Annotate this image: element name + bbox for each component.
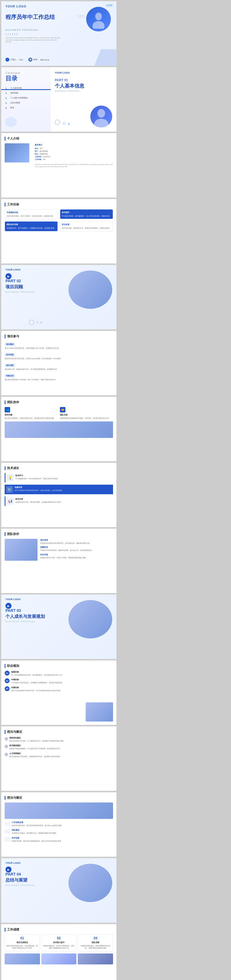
team-text-2: 积极帮助团队成员解决技术难题，分享经验，共同提升团队技术水平 <box>60 417 113 419</box>
section-title-4: 工作目标 <box>5 202 113 207</box>
team-right-items: 项目管理 协助项目经理进行项目进度管理，合理分配任务，确保项目按时完成 质量把控… <box>40 539 113 561</box>
slide1-main-title: 程序员年中工作总结 <box>5 14 55 20</box>
title-accent <box>5 137 5 141</box>
part04-num: PART 04 <box>5 872 21 877</box>
goal-3-title: 团队协作目标 <box>6 223 56 226</box>
part04-side-img <box>69 864 112 902</box>
right-sub: BUSINESS PROPOSAL <box>55 90 112 92</box>
tsi-title-2: 质量把控 <box>40 546 113 549</box>
personal-desc: 姓名：张三 部门：技术研发部 职位：高级程序员 入职时间：2020年3月 工作年… <box>35 148 113 161</box>
goal-4: 职业发展 提升专业技能，考取相关证书，拓展职业发展路径，实现职业规划 <box>60 221 113 231</box>
work-items: 01 项目完成情况 按时完成年度项目目标，代码质量达标，获得客户和团队的认可与好… <box>5 934 113 951</box>
work-text-3: 积极参与团队建设，帮助同事解决技术问题，为团队整体发展做出贡献 <box>80 945 111 949</box>
slide-7-team-left: 团队协作 👥 协作沟通 建立良好沟通机制，定期召开团队会议，及时解决项目中遇到的… <box>1 396 116 461</box>
tech-text-1: 学习微服务架构，Docker容器化技术，掌握云原生开发技能 <box>15 477 58 480</box>
person-icon: 👤 <box>5 58 9 62</box>
blue-accent-line <box>2 89 51 90</box>
part04-logo: YOUR LOGO <box>5 862 21 864</box>
idea-title-1: 流程优化建议 <box>9 737 64 739</box>
part-item-3-text: 项目按时上线，性能优化提升30%，用户满意度显著提高，获得团队好评 <box>5 368 113 370</box>
career-img <box>86 702 113 722</box>
slide-5-part02: YOUR LOGO ▶ PART 02 项目回顾 BUSINESS PROPOS… <box>1 265 116 329</box>
team-right-content: 项目管理 协助项目经理进行项目进度管理，合理分配任务，确保项目按时完成 质量把控… <box>5 539 113 561</box>
tsi-text-2: 严格执行代码审查流程，确保代码质量，减少bug产生，提高系统稳定性 <box>40 549 113 551</box>
catalogue-left: Catalogue 目录 1. 个人基本信息 2. 项目回顾 3. 个人成长与发… <box>2 67 51 132</box>
svg-point-3 <box>94 119 108 127</box>
idea-title-2: 技术建设建议 <box>9 744 60 747</box>
idea-text-3: 建立完善的技术培训体系，定期组织技术培训，促进团队成员共同成长 <box>9 756 60 757</box>
tech-item-3: 📢 技术分享 定期进行技术分享，撰写技术博客，促进团队整体技术水平提升 <box>5 496 113 506</box>
slide-9-team-right: 团队协作 项目管理 协助项目经理进行项目进度管理，合理分配任务，确保项目按时完成… <box>1 528 116 593</box>
career-content-2: 中期目标 三年内晋升为技术负责人，带领团队完成重要项目，推动技术创新发展 <box>11 678 62 684</box>
team-title-1: 协作沟通 <box>5 414 58 416</box>
work-photo-2 <box>41 953 76 964</box>
cat-item-5: 5. 附录 <box>5 107 46 109</box>
idea-icon-1: ◎ <box>5 737 8 740</box>
part-item-3-title: 项目成果 <box>5 363 15 368</box>
part02-title: 项目回顾 <box>5 284 23 290</box>
tech-content-1: 技术学习 学习微服务架构，Docker容器化技术，掌握云原生开发技能 <box>15 474 58 480</box>
career-2: 02 中期目标 三年内晋升为技术负责人，带领团队完成重要项目，推动技术创新发展 <box>5 678 113 684</box>
svg-point-0 <box>95 13 102 20</box>
title-accent-11 <box>5 664 5 668</box>
title-text-8: 技术成长 <box>7 466 19 470</box>
part03-logo: YOUR LOGO <box>5 598 21 601</box>
title-text-6: 项目参与 <box>7 334 19 338</box>
work-item-3: 03 团队贡献 积极参与团队建设，帮助同事解决技术问题，为团队整体发展做出贡献 <box>78 934 113 951</box>
title-accent-15 <box>5 928 5 932</box>
sug-text-1: 优化代码审查流程，建立更完善的测试体系，减少线上bug的发生频率 <box>12 824 62 827</box>
slide-14-part04: YOUR LOGO ▶ PART 04 总结与展望 BUSINESS PROPO… <box>1 858 116 923</box>
goal-3-text: 加强团队协作，提升沟通能力，完成团队项目目标，促进团队发展 <box>6 227 56 229</box>
part03-side-img <box>69 600 112 638</box>
title-text-4: 工作目标 <box>7 202 19 207</box>
tech-content-3: 技术分享 定期进行技术分享，撰写技术博客，促进团队整体技术水平提升 <box>15 498 61 503</box>
tsi-title-3: 知识传递 <box>40 553 113 556</box>
play-btn-03: ▶ <box>5 603 11 609</box>
slide-4-work-goals: 工作目标 年度绩效目标 完成年度KPI指标，提升工作效率，优化代码质量，达成团队… <box>1 199 116 264</box>
section-title-6: 项目参与 <box>5 334 113 338</box>
title-text-13: 想法与建议 <box>7 795 22 800</box>
personal-info-text: 基本简介 姓名：张三 部门：技术研发部 职位：高级程序员 入职时间：2020年3… <box>35 143 113 168</box>
right-person-img <box>90 106 112 127</box>
idea-content-2: 技术建设建议 加强技术基础设施建设，引入新的开发工具和框架，提升整体技术水平 <box>9 744 60 750</box>
title-text-11: 职业规划 <box>7 664 19 668</box>
goal-2-title: 技术提升 <box>62 211 111 214</box>
section-title-11: 职业规划 <box>5 664 113 668</box>
suggestion-img <box>5 802 113 819</box>
part-item-4-text: 通过项目实践积累了丰富经验，提升了技术能力，增强了团队协作意识 <box>5 379 113 381</box>
section-title-15: 工作成绩 <box>5 928 113 932</box>
team-icon-2: 🤝 <box>60 407 65 412</box>
part-item-4: 经验总结 通过项目实践积累了丰富经验，提升了技术能力，增强了团队协作意识 <box>5 372 113 381</box>
work-num-2: 02 <box>43 936 75 940</box>
part02-side-img <box>69 270 112 309</box>
work-title-3: 团队贡献 <box>80 941 111 944</box>
career-title-3: 长期目标 <box>11 686 61 689</box>
slide-1-cover: YOUR LOGO 演示网 程序员年中工作总结 BUSINESS PROPOSA… <box>1 1 116 66</box>
title-text-9: 团队协作 <box>7 532 19 536</box>
sug-content-3: 技术创新 鼓励技术创新，建立技术创新激励机制，推动公司技术持续进步发展 <box>12 837 61 842</box>
tsi-text-1: 协助项目经理进行项目进度管理，合理分配任务，确保项目按时完成 <box>40 542 113 544</box>
part-item-4-title: 经验总结 <box>5 374 15 378</box>
part-item-1: 项目概述 参与公司核心业务系统开发，负责后端接口设计与实现，完成模块开发任务 <box>5 341 113 349</box>
slide-11-career: 职业规划 01 短期目标 在一年内掌握更多前沿技术，提升编程能力，成为团队的技术… <box>1 660 116 725</box>
right-logo: YOUR LOGO <box>55 72 112 74</box>
title-accent-12 <box>5 730 5 734</box>
presenter-info: 👤 汇报人： XXX <box>5 58 23 62</box>
slide1-logo: YOUR LOGO <box>5 5 26 8</box>
part-item-1-text: 参与公司核心业务系统开发，负责后端接口设计与实现，完成模块开发任务 <box>5 347 113 349</box>
team-right-img <box>5 539 38 561</box>
work-num-3: 03 <box>80 936 111 940</box>
slide1-arrows: 》》》》》》 <box>5 33 19 36</box>
team-item-1: 👥 协作沟通 建立良好沟通机制，定期召开团队会议，及时解决项目中遇到的问题 <box>5 407 58 419</box>
career-content-3: 长期目标 成为行业内有影响力的技术专家，为公司和团队创造更大的技术价值 <box>11 686 61 692</box>
catalogue-zh: 目录 <box>5 75 46 83</box>
slide1-info-bar: 👤 汇报人： XXX 🕐 时间： 20xx.xx.xx <box>5 58 49 62</box>
career-items: 01 短期目标 在一年内掌握更多前沿技术，提升编程能力，成为团队的技术骨干人员 … <box>5 671 113 692</box>
team-sub-2: 质量把控 严格执行代码审查流程，确保代码质量，减少bug产生，提高系统稳定性 <box>40 546 113 551</box>
work-title-1: 项目完成情况 <box>6 941 38 944</box>
svg-point-2 <box>97 109 105 118</box>
part03-title: 个人成长与发展规划 <box>5 614 45 619</box>
section-title-9: 团队协作 <box>5 532 113 536</box>
work-num-1: 01 <box>6 936 38 940</box>
goal-1: 年度绩效目标 完成年度KPI指标，提升工作效率，优化代码质量，达成团队目标 <box>5 209 58 219</box>
